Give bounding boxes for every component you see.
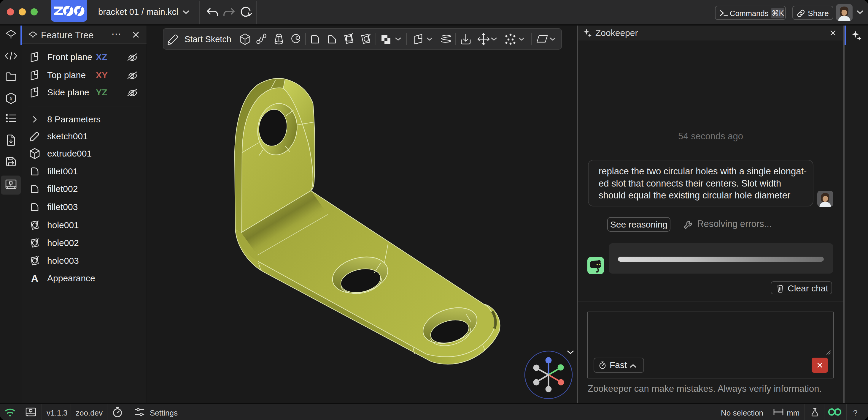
svg-text:x: x: [9, 95, 12, 102]
